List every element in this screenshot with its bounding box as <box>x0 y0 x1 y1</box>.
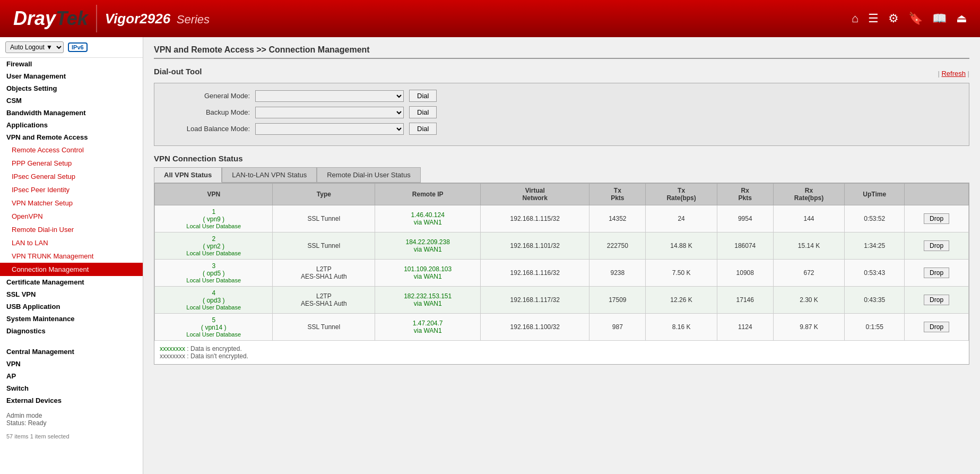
sidebar-item-vpn-trunk-management[interactable]: VPN TRUNK Management <box>0 249 143 263</box>
backup-mode-select[interactable] <box>255 107 404 118</box>
sidebar-item-usb-application[interactable]: USB Application <box>0 300 143 313</box>
col-rx-rate: RxRate(bps) <box>773 184 844 205</box>
load-balance-mode-dial-button[interactable]: Dial <box>409 123 437 135</box>
sidebar-item-system-maintenance[interactable]: System Maintenance <box>0 313 143 325</box>
vpn-cell-type: L2TPAES-SHA1 Auth <box>273 287 375 314</box>
refresh-link[interactable]: Refresh <box>941 70 966 77</box>
vpn-cell-tx-pkts: 14352 <box>589 205 646 232</box>
sidebar-item-applications[interactable]: Applications <box>0 119 143 131</box>
vpn-cell-rx-rate: 2.30 K <box>773 287 844 314</box>
vpn-connection-status-section: VPN Connection Status All VPN Status LAN… <box>154 154 969 365</box>
vpn-cell-uptime: 0:43:35 <box>845 287 905 314</box>
sidebar-item-remote-dial-in-user[interactable]: Remote Dial-in User <box>0 223 143 236</box>
vpn-cell-rx-pkts: 1124 <box>717 314 773 341</box>
sidebar-item-objects-setting[interactable]: Objects Setting <box>0 82 143 94</box>
sidebar-item-lan-to-lan[interactable]: LAN to LAN <box>0 236 143 249</box>
sidebar-item-firewall[interactable]: Firewall <box>0 58 143 70</box>
vpn-status-title: VPN Connection Status <box>154 154 969 163</box>
drop-button[interactable]: Drop <box>924 295 949 305</box>
sidebar-item-connection-management[interactable]: Connection Management <box>0 263 143 276</box>
sidebar-item-ap[interactable]: AP <box>0 370 143 382</box>
dial-out-tool-title: Dial-out Tool <box>154 67 202 76</box>
help-icon[interactable]: 📖 <box>930 10 949 28</box>
brand-dray: Dray <box>13 7 56 29</box>
vpn-cell-uptime: 1:34:25 <box>845 232 905 260</box>
logo-area: DrayTek Vigor2926 Series <box>11 5 210 32</box>
home-icon[interactable]: ⌂ <box>849 10 861 28</box>
sidebar-item-switch[interactable]: Switch <box>0 382 143 394</box>
sidebar-item-bandwidth-management[interactable]: Bandwidth Management <box>0 107 143 119</box>
drop-button[interactable]: Drop <box>924 268 949 278</box>
vpn-cell-drop: Drop <box>905 260 969 287</box>
sidebar-item-certificate-management[interactable]: Certificate Management <box>0 276 143 288</box>
table-row: 3 ( opd5 ) Local User Database L2TPAES-S… <box>155 260 969 287</box>
tab-all-vpn-status[interactable]: All VPN Status <box>154 167 222 183</box>
vpn-cell-tx-pkts: 987 <box>589 314 646 341</box>
load-balance-mode-select[interactable] <box>255 123 404 135</box>
general-mode-select[interactable] <box>255 90 404 102</box>
vpn-cell-rx-rate: 15.14 K <box>773 232 844 260</box>
dial-out-tool-box: General Mode: Dial Backup Mode: Dial Loa… <box>154 83 969 146</box>
backup-mode-row: Backup Mode: Dial <box>165 106 958 118</box>
general-mode-row: General Mode: Dial <box>165 90 958 102</box>
list-icon[interactable]: ☰ <box>866 10 881 28</box>
vpn-cell-rx-rate: 9.87 K <box>773 314 844 341</box>
general-mode-dial-button[interactable]: Dial <box>409 90 437 102</box>
vpn-cell-type: SSL Tunnel <box>273 205 375 232</box>
sidebar-item-external-devices[interactable]: External Devices <box>0 394 143 407</box>
vpn-cell-id: 2 ( vpn2 ) Local User Database <box>155 232 273 260</box>
vpn-cell-type: SSL Tunnel <box>273 232 375 260</box>
vpn-cell-tx-pkts: 222750 <box>589 232 646 260</box>
drop-button[interactable]: Drop <box>924 240 949 251</box>
vpn-cell-rx-rate: 144 <box>773 205 844 232</box>
drop-button[interactable]: Drop <box>924 322 949 332</box>
bookmark-icon[interactable]: 🔖 <box>906 10 925 28</box>
col-virtual-network: VirtualNetwork <box>481 184 589 205</box>
logout-icon[interactable]: ⏏ <box>954 10 969 28</box>
vpn-cell-tx-pkts: 9238 <box>589 260 646 287</box>
sidebar-item-count: 57 items 1 item selected <box>0 432 143 441</box>
sidebar-item-vpn-central[interactable]: VPN <box>0 358 143 370</box>
sidebar-item-user-management[interactable]: User Management <box>0 70 143 82</box>
sidebar-item-ppp-general-setup[interactable]: PPP General Setup <box>0 157 143 170</box>
col-remote-ip: Remote IP <box>375 184 481 205</box>
encrypt-note-1-text: : Data is encrypted. <box>187 345 241 352</box>
drop-button[interactable]: Drop <box>924 213 949 224</box>
sidebar-item-vpn-matcher-setup[interactable]: VPN Matcher Setup <box>0 196 143 210</box>
header-toolbar: ⌂ ☰ ⚙ 🔖 📖 ⏏ <box>849 10 969 28</box>
settings-icon[interactable]: ⚙ <box>886 10 901 28</box>
table-row: 1 ( vpn9 ) Local User Database SSL Tunne… <box>155 205 969 232</box>
brand-logo: DrayTek <box>11 5 97 32</box>
sidebar-item-ipsec-general-setup[interactable]: IPsec General Setup <box>0 170 143 183</box>
sidebar-item-ipsec-peer-identity[interactable]: IPsec Peer Identity <box>0 183 143 196</box>
auto-logout-select[interactable]: Auto Logout ▼ <box>5 41 64 53</box>
sidebar-item-central-management[interactable]: Central Management <box>0 346 143 358</box>
backup-mode-dial-button[interactable]: Dial <box>409 106 437 118</box>
vpn-cell-remote-ip: 182.232.153.151via WAN1 <box>375 287 481 314</box>
ipv6-badge[interactable]: IPv6 <box>68 42 88 52</box>
sidebar-item-openvpn[interactable]: OpenVPN <box>0 210 143 223</box>
vpn-tab-bar: All VPN Status LAN-to-LAN VPN Status Rem… <box>154 167 969 183</box>
sidebar-item-remote-access-control[interactable]: Remote Access Control <box>0 143 143 157</box>
sidebar-item-ssl-vpn[interactable]: SSL VPN <box>0 288 143 300</box>
vpn-cell-rx-pkts: 186074 <box>717 232 773 260</box>
vpn-cell-id: 3 ( opd5 ) Local User Database <box>155 260 273 287</box>
page-title: VPN and Remote Access >> Connection Mana… <box>154 45 969 59</box>
brand-tek: Tek <box>56 7 88 29</box>
vpn-table: VPN Type Remote IP VirtualNetwork TxPkts… <box>154 183 969 341</box>
vpn-cell-remote-ip: 1.46.40.124via WAN1 <box>375 205 481 232</box>
sidebar-item-csm[interactable]: CSM <box>0 94 143 107</box>
encrypt-note-1: xxxxxxxx : Data is encrypted. <box>160 345 964 352</box>
col-uptime: UpTime <box>845 184 905 205</box>
tab-lan-to-lan-vpn-status[interactable]: LAN-to-LAN VPN Status <box>222 167 317 183</box>
sidebar-item-vpn-remote-access[interactable]: VPN and Remote Access <box>0 131 143 143</box>
vpn-cell-rx-rate: 672 <box>773 260 844 287</box>
tab-remote-dial-in-user-status[interactable]: Remote Dial-in User Status <box>317 167 421 183</box>
sidebar-item-diagnostics[interactable]: Diagnostics <box>0 325 143 337</box>
vpn-table-wrap: VPN Type Remote IP VirtualNetwork TxPkts… <box>154 183 969 365</box>
col-tx-rate: TxRate(bps) <box>646 184 717 205</box>
vigor-series: Series <box>177 13 210 26</box>
main-layout: Auto Logout ▼ IPv6 Firewall User Managem… <box>0 37 980 474</box>
vpn-cell-rx-pkts: 10908 <box>717 260 773 287</box>
encrypt-note-2: xxxxxxxx : Data isn't encrypted. <box>160 352 964 360</box>
